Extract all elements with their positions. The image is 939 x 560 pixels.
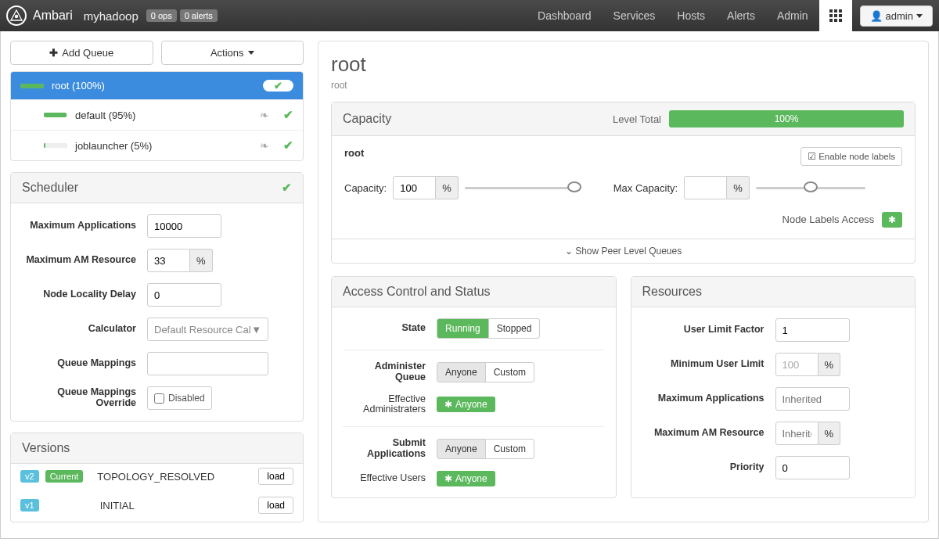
max-capacity-field: Max Capacity: %	[613, 176, 865, 199]
topbar: Ambari myhadoop 0 ops 0 alerts Dashboard…	[0, 0, 939, 31]
ambari-logo	[6, 5, 27, 26]
load-button[interactable]: load	[258, 468, 293, 485]
nav-hosts[interactable]: Hosts	[666, 0, 716, 31]
version-tag: v1	[20, 499, 39, 512]
max-apps-input[interactable]	[147, 214, 221, 238]
mappings-label: Queue Mappings	[22, 358, 147, 369]
capacity-label: Capacity:	[344, 182, 387, 194]
actions-label: Actions	[210, 47, 244, 59]
enable-node-labels-checkbox[interactable]: ☑ Enable node labels	[800, 147, 902, 166]
show-peer-queues-toggle[interactable]: ⌄ Show Peer Level Queues	[332, 239, 915, 263]
load-button[interactable]: load	[258, 497, 293, 514]
versions-panel: Versions v2 Current TOPOLOGY_RESOLVED lo…	[10, 433, 304, 522]
nav-admin[interactable]: Admin	[766, 0, 819, 31]
version-row: v1 INITIAL load	[11, 493, 303, 522]
ulf-input[interactable]	[775, 318, 850, 342]
capacity-bar	[20, 84, 44, 88]
state-stopped-button[interactable]: Stopped	[488, 319, 540, 338]
version-name: INITIAL	[100, 500, 135, 512]
apps-grid-button[interactable]	[819, 0, 852, 31]
priority-label: Priority	[642, 462, 775, 473]
status-pill: ✔	[263, 80, 293, 92]
override-checkbox[interactable]: Disabled	[147, 386, 212, 410]
capacity-input[interactable]	[393, 176, 436, 199]
ops-badge[interactable]: 0 ops	[146, 9, 177, 22]
node-labels-access-label: Node Labels Access	[782, 214, 875, 225]
checkbox-input[interactable]	[154, 393, 164, 404]
admin-queue-toggle[interactable]: AnyoneCustom	[437, 362, 534, 382]
custom-button[interactable]: Custom	[485, 440, 534, 458]
cluster-name[interactable]: myhadoop	[84, 9, 139, 23]
nav-right: Dashboard Services Hosts Alerts Admin 👤a…	[527, 0, 933, 31]
star-icon: ✱	[444, 399, 452, 410]
level-total-label: Level Total	[613, 113, 661, 125]
left-column: ✚Add Queue Actions root (100%) ✔ default…	[10, 41, 304, 522]
tree-item-default[interactable]: default (95%) ❧ ✔	[11, 100, 303, 131]
percent-addon: %	[818, 353, 841, 376]
max-apps-input[interactable]	[775, 387, 850, 411]
max-capacity-input[interactable]	[684, 176, 727, 199]
resources-header: Resources	[631, 277, 916, 307]
slider-thumb[interactable]	[567, 181, 581, 192]
actions-dropdown[interactable]: Actions	[161, 41, 304, 65]
check-icon: ✔	[283, 108, 293, 122]
check-icon: ✔	[283, 138, 293, 153]
mappings-input[interactable]	[147, 352, 268, 375]
eff-users-label: Effective Users	[343, 473, 437, 484]
anyone-button[interactable]: Anyone	[437, 363, 485, 382]
capacity-bar	[44, 113, 67, 117]
leaf-icon: ❧	[260, 139, 269, 152]
eff-admin-label: Effective Administraters	[343, 394, 437, 416]
anyone-button[interactable]: Anyone	[437, 440, 485, 458]
scheduler-panel: Scheduler✔ Maximum Applications Maximum …	[10, 172, 304, 422]
slider-thumb[interactable]	[804, 181, 818, 192]
panel-title: Access Control and Status	[343, 285, 491, 299]
alerts-badge[interactable]: 0 alerts	[180, 9, 218, 22]
tree-item-root[interactable]: root (100%) ✔	[11, 72, 303, 100]
max-am-input[interactable]	[775, 422, 818, 445]
check-icon: ✔	[274, 80, 282, 92]
plus-icon: ✚	[49, 47, 58, 59]
tree-item-label: default (95%)	[75, 109, 135, 121]
calculator-select[interactable]: Default Resource Cal▼	[147, 318, 268, 341]
nav-dashboard[interactable]: Dashboard	[527, 0, 603, 31]
user-dropdown[interactable]: 👤admin	[860, 5, 933, 27]
panel-title: Scheduler	[22, 181, 78, 195]
tree-item-label: joblauncher (5%)	[75, 140, 152, 152]
leaf-icon: ❧	[260, 109, 269, 121]
priority-input[interactable]	[775, 456, 850, 479]
max-apps-label: Maximum Applications	[22, 221, 147, 232]
custom-button[interactable]: Custom	[485, 363, 534, 382]
tree-item-joblauncher[interactable]: joblauncher (5%) ❧ ✔	[11, 131, 303, 160]
submit-apps-toggle[interactable]: AnyoneCustom	[437, 439, 534, 459]
ulf-label: User Limit Factor	[642, 325, 775, 336]
enable-node-labels-text: Enable node labels	[818, 152, 895, 161]
acl-panel: Access Control and Status StateRunningSt…	[331, 276, 617, 498]
queue-tree: root (100%) ✔ default (95%) ❧ ✔ joblaunc…	[10, 71, 304, 161]
percent-addon: %	[190, 249, 213, 272]
max-am-input[interactable]	[147, 249, 190, 272]
capacity-field: Capacity: %	[344, 176, 574, 199]
nav-alerts[interactable]: Alerts	[716, 0, 766, 31]
add-queue-button[interactable]: ✚Add Queue	[10, 41, 153, 65]
tree-item-label: root (100%)	[52, 80, 105, 92]
node-delay-input[interactable]	[147, 283, 221, 307]
node-labels-access-row: Node Labels Access ✱	[344, 212, 902, 228]
max-capacity-label: Max Capacity:	[613, 182, 678, 194]
node-labels-star-button[interactable]: ✱	[882, 212, 902, 228]
max-capacity-slider[interactable]	[756, 187, 865, 189]
user-icon: 👤	[870, 10, 883, 22]
mul-input[interactable]	[775, 353, 818, 376]
max-am-label: Maximum AM Resource	[642, 428, 775, 439]
panel-title: Versions	[22, 441, 70, 455]
state-toggle[interactable]: RunningStopped	[437, 318, 540, 339]
submit-apps-label: Submit Applications	[343, 438, 437, 460]
chevron-down-icon: ⌄	[565, 246, 573, 257]
right-column: root root Capacity Level Total 100% ☑ En…	[318, 41, 929, 522]
state-running-button[interactable]: Running	[437, 319, 488, 338]
nav-services[interactable]: Services	[603, 0, 667, 31]
star-icon: ✱	[444, 473, 452, 484]
percent-addon: %	[436, 176, 459, 199]
capacity-slider[interactable]	[465, 187, 574, 189]
svg-point-1	[15, 15, 18, 18]
